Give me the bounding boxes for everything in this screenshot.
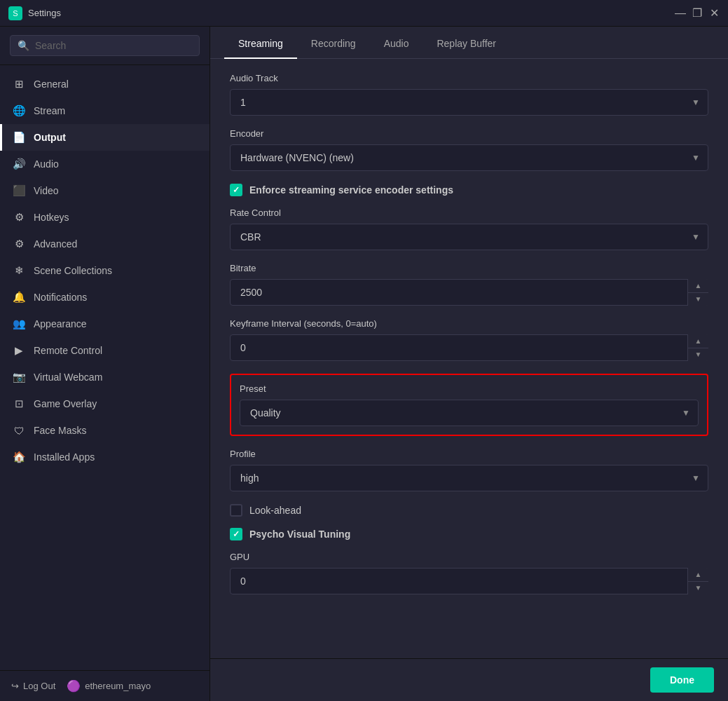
sidebar-item-label: Installed Apps <box>34 451 95 463</box>
sidebar-item-game-overlay[interactable]: ⊡ Game Overlay <box>0 390 210 417</box>
sidebar-item-appearance[interactable]: 👥 Appearance <box>0 311 210 337</box>
preset-label: Preset <box>240 383 699 394</box>
search-icon: 🔍 <box>18 40 29 51</box>
encoder-group: Encoder Hardware (NVENC) (new) Software … <box>230 128 708 171</box>
minimize-button[interactable]: — <box>675 8 686 19</box>
audio-track-select-wrapper: 1 2 3 ▼ <box>230 89 708 116</box>
keyframe-input[interactable] <box>230 334 708 361</box>
search-box: 🔍 <box>10 35 200 56</box>
gpu-input[interactable] <box>230 568 708 594</box>
remote-control-icon: ▶ <box>13 344 25 357</box>
titlebar: S Settings — ❐ ✕ <box>0 0 728 27</box>
sidebar-item-label: Advanced <box>34 238 77 250</box>
keyframe-up-button[interactable]: ▲ <box>688 334 708 348</box>
sidebar-item-general[interactable]: ⊞ General <box>0 71 210 97</box>
audio-track-group: Audio Track 1 2 3 ▼ <box>230 73 708 116</box>
sidebar-item-output[interactable]: 📄 Output <box>0 124 210 151</box>
app-icon: S <box>8 6 22 20</box>
tab-replay-buffer[interactable]: Replay Buffer <box>423 27 510 59</box>
notifications-icon: 🔔 <box>13 291 25 304</box>
sidebar-item-label: Audio <box>34 158 59 170</box>
close-button[interactable]: ✕ <box>708 8 720 19</box>
sidebar-item-label: Appearance <box>34 318 87 329</box>
sidebar-item-audio[interactable]: 🔊 Audio <box>0 151 210 177</box>
general-icon: ⊞ <box>13 78 25 90</box>
bitrate-group: Bitrate ▲ ▼ <box>230 263 708 306</box>
sidebar-item-advanced[interactable]: ⚙ Advanced <box>0 231 210 257</box>
preset-select[interactable]: Quality Performance Max Quality Default <box>240 400 699 426</box>
rate-control-select[interactable]: CBR VBR <box>230 224 708 250</box>
sidebar-item-stream[interactable]: 🌐 Stream <box>0 97 210 124</box>
form-content: Audio Track 1 2 3 ▼ Encoder Hardware (NV… <box>210 59 728 658</box>
enforce-checkbox-row: Enforce streaming service encoder settin… <box>230 184 708 196</box>
gpu-spinner-btns: ▲ ▼ <box>687 568 708 594</box>
output-icon: 📄 <box>13 131 25 144</box>
sidebar-item-scene-collections[interactable]: ❄ Scene Collections <box>0 257 210 284</box>
audio-track-label: Audio Track <box>230 73 708 83</box>
gpu-down-button[interactable]: ▼ <box>688 582 708 595</box>
gpu-group: GPU ▲ ▼ <box>230 552 708 594</box>
sidebar-footer: ↪ Log Out 🟣 ethereum_mayo <box>0 670 210 701</box>
scene-collections-icon: ❄ <box>13 264 25 277</box>
sidebar-item-virtual-webcam[interactable]: 📷 Virtual Webcam <box>0 364 210 390</box>
audio-track-select[interactable]: 1 2 3 <box>230 89 708 116</box>
sidebar-item-notifications[interactable]: 🔔 Notifications <box>0 284 210 311</box>
sidebar-item-label: Scene Collections <box>34 265 112 276</box>
bitrate-label: Bitrate <box>230 263 708 273</box>
face-masks-icon: 🛡 <box>13 424 25 437</box>
window-controls: — ❐ ✕ <box>675 8 720 19</box>
sidebar-item-label: Face Masks <box>34 425 86 436</box>
tab-recording[interactable]: Recording <box>297 27 370 59</box>
logout-label: Log Out <box>23 681 55 691</box>
done-button[interactable]: Done <box>650 667 714 693</box>
window-title: Settings <box>28 8 675 18</box>
encoder-select[interactable]: Hardware (NVENC) (new) Software (x264) <box>230 144 708 171</box>
sidebar-item-remote-control[interactable]: ▶ Remote Control <box>0 337 210 364</box>
profile-select-wrapper: high main baseline ▼ <box>230 465 708 491</box>
sidebar-item-hotkeys[interactable]: ⚙ Hotkeys <box>0 204 210 231</box>
rate-control-select-wrapper: CBR VBR ▼ <box>230 224 708 250</box>
sidebar-item-label: Output <box>34 132 66 143</box>
sidebar-item-video[interactable]: ⬛ Video <box>0 177 210 204</box>
sidebar-item-face-masks[interactable]: 🛡 Face Masks <box>0 417 210 444</box>
bitrate-up-button[interactable]: ▲ <box>688 279 708 293</box>
gpu-label: GPU <box>230 552 708 562</box>
bitrate-spinner-btns: ▲ ▼ <box>687 279 708 306</box>
installed-apps-icon: 🏠 <box>13 451 25 463</box>
tab-streaming[interactable]: Streaming <box>224 27 297 59</box>
sidebar-item-label: Video <box>34 185 59 196</box>
sidebar: 🔍 ⊞ General 🌐 Stream 📄 Output 🔊 Audio <box>0 27 210 701</box>
sidebar-item-label: Virtual Webcam <box>34 372 102 383</box>
video-icon: ⬛ <box>13 184 25 197</box>
gpu-up-button[interactable]: ▲ <box>688 568 708 582</box>
keyframe-label: Keyframe Interval (seconds, 0=auto) <box>230 318 708 329</box>
keyframe-spinner-btns: ▲ ▼ <box>687 334 708 361</box>
bitrate-spinner-wrapper: ▲ ▼ <box>230 279 708 306</box>
sidebar-item-label: General <box>34 79 69 90</box>
profile-select[interactable]: high main baseline <box>230 465 708 491</box>
psycho-visual-checkbox[interactable] <box>230 528 242 540</box>
game-overlay-icon: ⊡ <box>13 397 25 410</box>
sidebar-item-label: Stream <box>34 105 65 116</box>
look-ahead-checkbox[interactable] <box>230 504 242 517</box>
search-input[interactable] <box>35 40 192 51</box>
rate-control-group: Rate Control CBR VBR ▼ <box>230 207 708 250</box>
sidebar-item-label: Hotkeys <box>34 212 69 223</box>
psycho-visual-row: Psycho Visual Tuning <box>230 528 708 540</box>
tab-audio[interactable]: Audio <box>370 27 423 59</box>
user-info: 🟣 ethereum_mayo <box>67 679 151 693</box>
main-container: 🔍 ⊞ General 🌐 Stream 📄 Output 🔊 Audio <box>0 27 728 701</box>
bitrate-down-button[interactable]: ▼ <box>688 293 708 306</box>
enforce-checkbox[interactable] <box>230 184 242 196</box>
sidebar-item-installed-apps[interactable]: 🏠 Installed Apps <box>0 444 210 470</box>
bitrate-input[interactable] <box>230 279 708 306</box>
logout-button[interactable]: ↪ Log Out <box>11 681 55 691</box>
keyframe-down-button[interactable]: ▼ <box>688 348 708 362</box>
appearance-icon: 👥 <box>13 318 25 330</box>
keyframe-group: Keyframe Interval (seconds, 0=auto) ▲ ▼ <box>230 318 708 361</box>
stream-icon: 🌐 <box>13 104 25 117</box>
audio-icon: 🔊 <box>13 158 25 170</box>
maximize-button[interactable]: ❐ <box>692 8 703 19</box>
footer-bar: Done <box>210 658 728 701</box>
keyframe-spinner-wrapper: ▲ ▼ <box>230 334 708 361</box>
